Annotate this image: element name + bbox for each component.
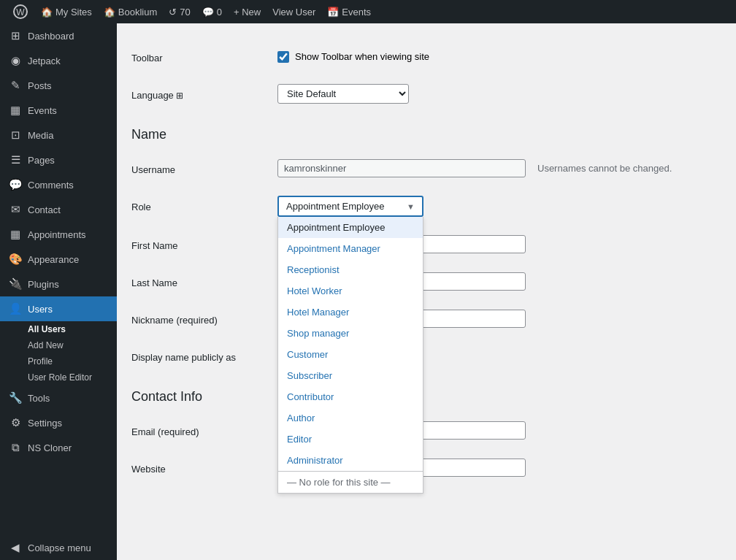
role-option-no-role[interactable]: — No role for this site — (278, 471, 423, 493)
role-option-customer[interactable]: Customer (278, 344, 423, 365)
media-icon: ⊡ (9, 129, 22, 142)
role-option-author[interactable]: Author (278, 407, 423, 429)
role-option-administrator[interactable]: Administrator (278, 450, 423, 471)
chevron-down-icon: ▼ (407, 202, 415, 211)
ns-cloner-icon: ⧉ (9, 441, 22, 454)
new-label: + New (234, 7, 261, 18)
role-option-appointment-employee[interactable]: Appointment Employee (278, 217, 423, 238)
jetpack-icon: ◉ (9, 54, 22, 67)
my-sites-item[interactable]: 🏠 My Sites (35, 0, 98, 23)
sidebar-appearance-label: Appearance (28, 254, 79, 265)
my-sites-label: My Sites (55, 7, 92, 18)
role-option-editor[interactable]: Editor (278, 429, 423, 450)
admin-bar: W 🏠 My Sites 🏠 Booklium ↺ 70 💬 0 + New V… (0, 0, 736, 23)
events-label: Events (342, 7, 371, 18)
sidebar-dashboard-label: Dashboard (28, 31, 74, 42)
view-user-label: View User (272, 7, 315, 18)
role-option-contributor[interactable]: Contributor (278, 386, 423, 407)
role-label: Role (131, 187, 277, 226)
username-input (277, 159, 526, 177)
sidebar-item-pages[interactable]: ☰ Pages (0, 147, 117, 172)
sidebar-item-posts[interactable]: ✎ Posts (0, 73, 117, 98)
role-dropdown-container: Appointment Employee ▼ Appointment Emplo… (277, 196, 423, 217)
sidebar-jetpack-label: Jetpack (28, 55, 61, 66)
sidebar-users-label: Users (28, 304, 53, 315)
sidebar-sub-add-new[interactable]: Add New (0, 337, 117, 353)
username-note: Usernames cannot be changed. (537, 163, 672, 174)
username-row: Usernames cannot be changed. (277, 159, 721, 177)
sidebar-tools-label: Tools (28, 393, 50, 404)
language-select-row: Site Default (277, 84, 721, 104)
sidebar-settings-label: Settings (28, 418, 62, 429)
role-selected-label: Appointment Employee (286, 201, 384, 212)
email-label: Email (required) (131, 412, 277, 449)
show-toolbar-label: Show Toolbar when viewing site (295, 51, 429, 62)
users-icon: 👤 (9, 302, 22, 315)
role-select-button[interactable]: Appointment Employee ▼ (277, 196, 423, 217)
toolbar-label: Toolbar (131, 38, 277, 75)
collapse-icon: ◀ (9, 541, 22, 554)
comments-count: 0 (217, 7, 222, 18)
sidebar-item-plugins[interactable]: 🔌 Plugins (0, 272, 117, 296)
view-user-item[interactable]: View User (267, 0, 321, 23)
svg-text:W: W (16, 7, 25, 18)
wp-logo[interactable]: W (6, 0, 35, 23)
sidebar-item-events[interactable]: ▦ Events (0, 98, 117, 123)
role-option-shop-manager[interactable]: Shop manager (278, 323, 423, 344)
sidebar-sub-user-role-editor[interactable]: User Role Editor (0, 369, 117, 386)
nickname-label: Nickname (required) (131, 300, 277, 337)
appearance-icon: 🎨 (9, 253, 22, 266)
sidebar-item-settings[interactable]: ⚙ Settings (0, 410, 117, 435)
events-icon: ▦ (9, 104, 22, 117)
dashboard-icon: 🏠 (104, 7, 115, 18)
site-name-item[interactable]: 🏠 Booklium (98, 0, 163, 23)
sidebar-sub-all-users[interactable]: All Users (0, 321, 117, 337)
language-select[interactable]: Site Default (277, 84, 409, 104)
username-label: Username (131, 150, 277, 187)
contact-section-table: Email (required) Website (131, 412, 721, 486)
sidebar-item-media[interactable]: ⊡ Media (0, 123, 117, 147)
role-option-hotel-worker[interactable]: Hotel Worker (278, 280, 423, 302)
events-item[interactable]: 📅 Events (321, 0, 377, 23)
sidebar-item-dashboard[interactable]: ⊞ Dashboard (0, 23, 117, 48)
role-option-subscriber[interactable]: Subscriber (278, 365, 423, 386)
toolbar-section: Toolbar Show Toolbar when viewing site L… (131, 38, 721, 112)
sidebar-item-jetpack[interactable]: ◉ Jetpack (0, 48, 117, 73)
sidebar-item-tools[interactable]: 🔧 Tools (0, 386, 117, 410)
collapse-label: Collapse menu (28, 542, 91, 553)
sidebar-item-comments[interactable]: 💬 Comments (0, 172, 117, 197)
sidebar-pages-label: Pages (28, 155, 55, 166)
sidebar-appointments-label: Appointments (28, 229, 86, 240)
show-toolbar-checkbox[interactable] (277, 51, 289, 63)
display-name-label: Display name publicly as (131, 337, 277, 375)
comments-sidebar-icon: 💬 (9, 178, 22, 191)
sidebar-sub-profile[interactable]: Profile (0, 353, 117, 369)
sidebar-item-users[interactable]: 👤 Users (0, 296, 117, 321)
sidebar-media-label: Media (28, 130, 53, 141)
contact-section-heading: Contact Info (131, 389, 721, 404)
role-dropdown-menu: Appointment Employee Appointment Manager… (277, 217, 423, 494)
comments-item[interactable]: 💬 0 (196, 0, 228, 23)
role-option-hotel-manager[interactable]: Hotel Manager (278, 302, 423, 323)
new-item[interactable]: + New (228, 0, 267, 23)
lastname-label: Last Name (131, 263, 277, 300)
name-section-table: Username Usernames cannot be changed. Ro… (131, 150, 721, 375)
sidebar-item-contact[interactable]: ✉ Contact (0, 197, 117, 222)
sidebar-contact-label: Contact (28, 204, 61, 215)
sidebar-posts-label: Posts (28, 80, 52, 91)
firstname-label: First Name (131, 226, 277, 263)
website-label: Website (131, 449, 277, 486)
plugins-icon: 🔌 (9, 277, 22, 291)
main-content: Toolbar Show Toolbar when viewing site L… (117, 23, 736, 560)
role-option-receptionist[interactable]: Receptionist (278, 259, 423, 280)
sidebar-item-appearance[interactable]: 🎨 Appearance (0, 247, 117, 272)
sidebar-item-appointments[interactable]: ▦ Appointments (0, 222, 117, 247)
sidebar-plugins-label: Plugins (28, 279, 59, 290)
role-option-appointment-manager[interactable]: Appointment Manager (278, 238, 423, 259)
collapse-menu-item[interactable]: ◀ Collapse menu (0, 535, 117, 560)
sidebar-item-ns-cloner[interactable]: ⧉ NS Cloner (0, 435, 117, 460)
updates-count: 70 (180, 7, 190, 18)
contact-icon: ✉ (9, 203, 22, 216)
updates-item[interactable]: ↺ 70 (163, 0, 196, 23)
comments-icon: 💬 (202, 7, 214, 18)
